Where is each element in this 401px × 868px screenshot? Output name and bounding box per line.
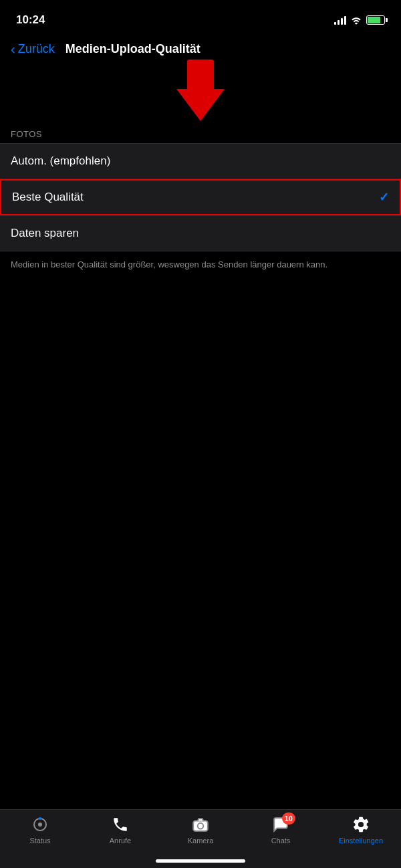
option-save[interactable]: Daten sparen [0,216,401,251]
tab-anrufe-label: Anrufe [110,837,131,845]
tab-status-icon [31,815,49,834]
tab-anrufe-icon [111,815,130,834]
option-auto-label: Autom. (empfohlen) [11,154,110,168]
option-best[interactable]: Beste Qualität ✓ [0,179,401,215]
home-indicator [156,859,245,863]
battery-icon [366,15,385,25]
back-button[interactable]: ‹ Zurück [11,41,55,57]
tab-einstellungen-icon [352,815,370,834]
red-arrow [176,60,225,121]
tab-chats-icon: 10 [271,815,290,834]
section-header-fotos: FOTOS [0,121,401,143]
tab-anrufe[interactable]: Anrufe [80,815,160,845]
status-bar: 10:24 [0,0,401,36]
back-chevron-icon: ‹ [11,41,15,57]
option-auto[interactable]: Autom. (empfohlen) [0,144,401,179]
chats-badge: 10 [282,812,295,825]
svg-point-1 [38,823,42,827]
tab-status-label: Status [29,837,50,845]
tab-einstellungen[interactable]: Einstellungen [321,815,401,845]
tab-kamera-icon [191,815,210,834]
tab-kamera-label: Kamera [188,837,214,845]
section-footer: Medien in bester Qualität sind größer, w… [0,251,401,285]
tab-kamera[interactable]: Kamera [160,815,241,845]
back-label: Zurück [18,42,55,56]
option-best-label: Beste Qualität [12,191,84,204]
page-title: Medien-Upload-Qualität [65,42,200,56]
status-icons [334,15,385,25]
checkmark-icon: ✓ [379,190,389,205]
tab-einstellungen-label: Einstellungen [339,837,383,845]
svg-point-2 [39,817,41,820]
tab-status[interactable]: Status [0,815,80,845]
tab-chats-label: Chats [271,837,291,845]
status-time: 10:24 [16,13,45,27]
signal-icon [334,15,346,25]
option-save-label: Daten sparen [11,227,79,240]
wifi-icon [350,15,362,25]
tab-chats[interactable]: 10 Chats [241,815,321,845]
svg-point-4 [198,823,204,829]
